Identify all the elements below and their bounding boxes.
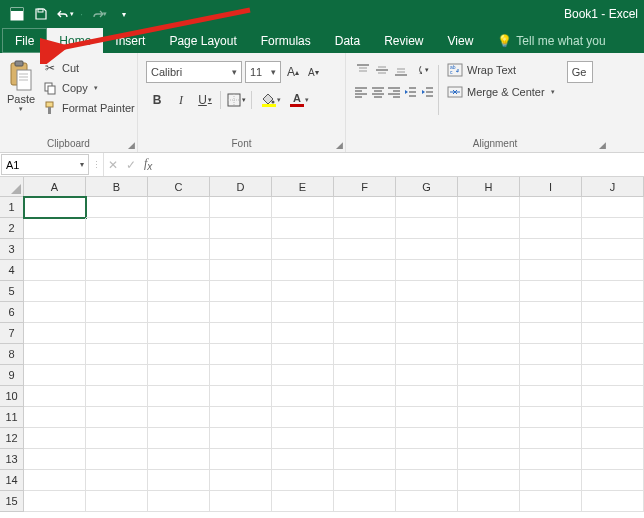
tab-page-layout[interactable]: Page Layout	[157, 28, 248, 53]
cell[interactable]	[396, 491, 458, 512]
italic-button[interactable]: I	[170, 89, 192, 111]
general-format-partial[interactable]: Ge	[567, 61, 593, 83]
cell[interactable]	[396, 281, 458, 302]
cell[interactable]	[520, 344, 582, 365]
cell[interactable]	[396, 323, 458, 344]
cell[interactable]	[24, 281, 86, 302]
cell[interactable]	[148, 323, 210, 344]
cell[interactable]	[272, 386, 334, 407]
cells-area[interactable]	[24, 197, 644, 512]
row-header[interactable]: 2	[0, 218, 24, 239]
cell[interactable]	[24, 323, 86, 344]
cell[interactable]	[458, 260, 520, 281]
cell[interactable]	[396, 449, 458, 470]
decrease-font-size-button[interactable]: A▾	[305, 67, 322, 78]
tab-insert[interactable]: Insert	[103, 28, 157, 53]
cell[interactable]	[334, 239, 396, 260]
cell[interactable]	[520, 260, 582, 281]
cell[interactable]	[520, 491, 582, 512]
column-header[interactable]: C	[148, 177, 210, 197]
align-left-button[interactable]	[354, 83, 368, 101]
clipboard-dialog-launcher-icon[interactable]: ◢	[128, 140, 135, 150]
cell[interactable]	[396, 407, 458, 428]
cell[interactable]	[334, 449, 396, 470]
cell[interactable]	[86, 281, 148, 302]
cell[interactable]	[148, 197, 210, 218]
row-header[interactable]: 10	[0, 386, 24, 407]
cell[interactable]	[24, 428, 86, 449]
cell[interactable]	[272, 218, 334, 239]
cell[interactable]	[396, 470, 458, 491]
cell[interactable]	[148, 449, 210, 470]
tab-formulas[interactable]: Formulas	[249, 28, 323, 53]
column-header[interactable]: E	[272, 177, 334, 197]
cell[interactable]	[86, 470, 148, 491]
name-box[interactable]: A1 ▾	[1, 154, 89, 175]
cell[interactable]	[582, 407, 644, 428]
cell[interactable]	[148, 407, 210, 428]
align-top-button[interactable]	[354, 61, 371, 79]
select-all-corner[interactable]	[0, 177, 24, 197]
cell[interactable]	[334, 491, 396, 512]
cell[interactable]	[520, 407, 582, 428]
cell[interactable]	[582, 365, 644, 386]
increase-indent-button[interactable]	[420, 83, 434, 101]
cell[interactable]	[148, 386, 210, 407]
tab-review[interactable]: Review	[372, 28, 435, 53]
cell[interactable]	[272, 302, 334, 323]
tab-home[interactable]: Home	[47, 28, 103, 53]
font-size-combo[interactable]: 11 ▾	[245, 61, 281, 83]
align-center-button[interactable]	[370, 83, 384, 101]
column-header[interactable]: H	[458, 177, 520, 197]
column-header[interactable]: D	[210, 177, 272, 197]
cell[interactable]	[210, 386, 272, 407]
cell[interactable]	[210, 407, 272, 428]
cell[interactable]	[458, 239, 520, 260]
cell[interactable]	[210, 197, 272, 218]
cell[interactable]	[334, 323, 396, 344]
cell[interactable]	[334, 428, 396, 449]
underline-button[interactable]: U▾	[194, 89, 216, 111]
cell[interactable]	[396, 197, 458, 218]
cell[interactable]	[520, 323, 582, 344]
cell[interactable]	[582, 344, 644, 365]
cell[interactable]	[272, 449, 334, 470]
cell[interactable]	[86, 386, 148, 407]
tell-me-search[interactable]: 💡 Tell me what you	[497, 28, 605, 53]
cell[interactable]	[272, 365, 334, 386]
cell[interactable]	[334, 260, 396, 281]
format-painter-button[interactable]: Format Painter	[40, 99, 137, 117]
cell[interactable]	[86, 218, 148, 239]
cell[interactable]	[582, 428, 644, 449]
cell[interactable]	[86, 197, 148, 218]
cell[interactable]	[272, 344, 334, 365]
font-color-button[interactable]: A ▾	[284, 89, 310, 111]
cell[interactable]	[210, 365, 272, 386]
row-header[interactable]: 14	[0, 470, 24, 491]
cell[interactable]	[334, 470, 396, 491]
cell[interactable]	[210, 302, 272, 323]
tab-data[interactable]: Data	[323, 28, 372, 53]
bold-button[interactable]: B	[146, 89, 168, 111]
cell[interactable]	[334, 386, 396, 407]
cell[interactable]	[24, 260, 86, 281]
cell[interactable]	[334, 365, 396, 386]
cell[interactable]	[458, 428, 520, 449]
cell[interactable]	[210, 449, 272, 470]
cell[interactable]	[86, 428, 148, 449]
cell[interactable]	[86, 407, 148, 428]
cell[interactable]	[24, 365, 86, 386]
increase-font-size-button[interactable]: A▴	[284, 65, 302, 79]
row-header[interactable]: 8	[0, 344, 24, 365]
cell[interactable]	[396, 218, 458, 239]
cell[interactable]	[86, 491, 148, 512]
cell[interactable]	[272, 239, 334, 260]
cell[interactable]	[148, 302, 210, 323]
cell[interactable]	[582, 449, 644, 470]
cell[interactable]	[272, 491, 334, 512]
cell[interactable]	[334, 197, 396, 218]
cell[interactable]	[520, 386, 582, 407]
decrease-indent-button[interactable]	[403, 83, 417, 101]
cell[interactable]	[86, 302, 148, 323]
cell[interactable]	[86, 365, 148, 386]
